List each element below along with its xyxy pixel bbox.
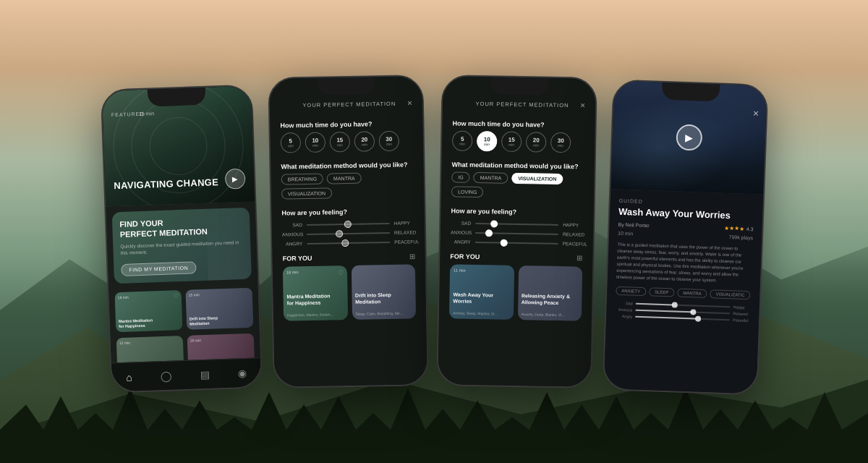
method-ig-3[interactable]: IG bbox=[451, 171, 470, 182]
feeling-relaxed-3: RELAXED bbox=[562, 232, 582, 237]
time-20-2[interactable]: 20min bbox=[354, 131, 374, 151]
filter-icon-2[interactable]: ⊞ bbox=[409, 252, 414, 260]
time-options-3: 5min 10min 15min 20min 30min bbox=[441, 130, 595, 159]
foryou-title-2-2: Drift into SleepMeditation bbox=[354, 292, 391, 305]
tag-mantra[interactable]: MANTRA bbox=[677, 288, 707, 297]
foryou-tags-2-3: Anxiety, Deep, Blanks, Vi... bbox=[521, 312, 564, 317]
filter-icon-3[interactable]: ⊞ bbox=[576, 254, 582, 262]
time-5-2[interactable]: 5min bbox=[280, 132, 300, 153]
slider-thumb-anxious-3 bbox=[485, 229, 492, 237]
method-mantra-2[interactable]: MANTRA bbox=[326, 173, 361, 184]
slider-sad-happy-2[interactable] bbox=[306, 222, 389, 225]
slider-angry-peaceful-2[interactable] bbox=[307, 241, 390, 244]
modal-close-2[interactable]: × bbox=[407, 98, 412, 108]
for-you-title-3: FOR YOU bbox=[450, 252, 480, 260]
card-time: 20 min bbox=[190, 338, 200, 343]
tag-sleep[interactable]: SLEEP bbox=[648, 287, 674, 297]
time-5-3[interactable]: 5min bbox=[451, 130, 472, 150]
video-close-button[interactable]: × bbox=[752, 107, 759, 119]
tags-container: ANXIETY SLEEP MANTRA VISUALIZATIC bbox=[616, 286, 751, 300]
card-label: Drift into SleepMeditation bbox=[189, 315, 218, 327]
feelings-section: Sad Happy Anxious Relaxed bbox=[614, 300, 750, 331]
time-15-3[interactable]: 15min bbox=[501, 132, 521, 152]
banner-bg bbox=[205, 208, 251, 281]
video-play-button[interactable]: ▶ bbox=[675, 124, 702, 150]
foryou-tags-1-2: Happiness, Mantra, Dream... bbox=[286, 312, 333, 317]
nav-home[interactable]: ⌂ bbox=[125, 371, 132, 383]
phone-1-screen: FEATURED 15 min NAVIGATING CHANGE ▶ FIND… bbox=[101, 86, 260, 392]
time-30-3[interactable]: 30min bbox=[550, 132, 570, 153]
time-10-2[interactable]: 10min bbox=[305, 132, 325, 153]
foryou-title-1-3: Wash Away YourWorries bbox=[453, 291, 493, 305]
modal-header-2: YOUR PERFECT MEDITATION × bbox=[269, 76, 422, 118]
phone-4-screen: ▶ × GUIDED Wash Away Your Worries By Nei… bbox=[603, 80, 767, 394]
meditation-card-1[interactable]: 18 min ♡ Mantra Meditationfor Happiness bbox=[114, 290, 182, 332]
feeling-peaceful-2: PEACEFUL bbox=[394, 239, 414, 244]
modal-close-3[interactable]: × bbox=[579, 101, 584, 111]
feeling-relaxed-2: RELAXED bbox=[393, 229, 414, 234]
time-30-2[interactable]: 30min bbox=[378, 131, 399, 151]
foryou-card-2-2[interactable]: Drift into SleepMeditation Sleep, Calm, … bbox=[351, 264, 416, 320]
foryou-card-1-3[interactable]: 11 min Wash Away YourWorries Anxiety, Sl… bbox=[448, 264, 514, 320]
slider-sad-happy-3[interactable] bbox=[475, 222, 558, 225]
feeling-angry-2: ANGRY bbox=[282, 241, 302, 246]
for-you-header-2: FOR YOU ⊞ bbox=[272, 246, 425, 267]
modal-header-3: YOUR PERFECT MEDITATION × bbox=[442, 76, 595, 118]
card-label: Mantra Meditationfor Happiness bbox=[118, 318, 153, 329]
tag-visualization[interactable]: VISUALIZATIC bbox=[710, 289, 750, 300]
card-time: 15 min bbox=[188, 292, 199, 297]
tag-anxiety[interactable]: ANXIETY bbox=[616, 286, 646, 295]
feeling-dot-1 bbox=[671, 302, 677, 307]
method-loving-3[interactable]: LOVING bbox=[451, 186, 483, 197]
phone-4: ▶ × GUIDED Wash Away Your Worries By Nei… bbox=[602, 79, 768, 395]
foryou-card-1-2[interactable]: 18 min ♡ Mantra Meditationfor Happiness … bbox=[282, 266, 347, 321]
find-meditation-button[interactable]: FIND MY MEDITATION bbox=[121, 261, 196, 276]
feeling-anxious-2: ANXIOUS bbox=[281, 232, 302, 237]
phone-2-screen: YOUR PERFECT MEDITATION × How much time … bbox=[269, 76, 427, 387]
time-10-3[interactable]: 10min bbox=[476, 131, 496, 151]
feeling-relaxed-label: Relaxed bbox=[733, 311, 750, 316]
feeling-happy-2: HAPPY bbox=[393, 220, 414, 225]
nav-profile[interactable]: ◉ bbox=[237, 367, 247, 378]
feeling-fill-2 bbox=[635, 309, 692, 313]
feeling-peaceful-label: Peaceful bbox=[732, 318, 749, 323]
slider-angry-peaceful-3[interactable] bbox=[475, 241, 558, 244]
nav-search[interactable]: ◯ bbox=[160, 370, 172, 382]
nav-library[interactable]: ▤ bbox=[200, 368, 210, 380]
author-name: By Neil Porter bbox=[618, 221, 649, 228]
feeling-bar-1 bbox=[635, 302, 730, 307]
feeling-sad-3: SAD bbox=[451, 220, 471, 225]
foryou-card-2-3[interactable]: Releasing Anxiety &Allowing Peace Anxiet… bbox=[517, 266, 582, 321]
time-options-2: 5min 10min 15min 20min 30min bbox=[270, 130, 423, 159]
duration: 10 min bbox=[618, 230, 633, 236]
heart-icon[interactable]: ♡ bbox=[173, 293, 178, 300]
phone-3-screen: YOUR PERFECT MEDITATION × How much time … bbox=[438, 76, 595, 387]
modal-title-3: YOUR PERFECT MEDITATION bbox=[464, 100, 580, 109]
meditation-detail-content: GUIDED Wash Away Your Worries By Neil Po… bbox=[605, 189, 762, 331]
time-15-2[interactable]: 15min bbox=[329, 132, 349, 152]
slider-anxious-relaxed-3[interactable] bbox=[475, 232, 558, 234]
feeling-sad-2: SAD bbox=[281, 222, 302, 227]
slider-anxious-relaxed-2[interactable] bbox=[307, 232, 390, 234]
feeling-fill-1 bbox=[635, 302, 673, 305]
bottom-nav: ⌂ ◯ ▤ ◉ bbox=[111, 357, 260, 391]
feeling-bar-3 bbox=[635, 315, 730, 320]
method-breathing-2[interactable]: BREATHING bbox=[281, 174, 323, 185]
method-visualization-3[interactable]: VISUALIZATION bbox=[511, 173, 563, 184]
for-you-title-2: FOR YOU bbox=[282, 254, 312, 262]
for-you-cards-3: 11 min Wash Away YourWorries Anxiety, Sl… bbox=[438, 264, 592, 321]
time-20-3[interactable]: 20min bbox=[525, 132, 545, 152]
method-mantra-3[interactable]: MANTRA bbox=[473, 172, 508, 184]
author-rating-row: By Neil Porter ★★★★ 4.3 bbox=[618, 221, 753, 232]
feeling-anxious-3: ANXIOUS bbox=[450, 229, 470, 234]
feeling-bar-2 bbox=[635, 309, 730, 314]
method-visualization-2[interactable]: VISUALIZATION bbox=[281, 187, 331, 199]
meditation-card-2[interactable]: 15 min Drift into SleepMeditation bbox=[185, 287, 253, 329]
feeling-happy-3: HAPPY bbox=[563, 222, 583, 227]
feeling-angry-3: ANGRY bbox=[450, 239, 470, 244]
foryou-heart-1-2[interactable]: ♡ bbox=[337, 269, 343, 276]
play-count: 799k plays bbox=[728, 234, 753, 240]
feeling-angry-label: Angry bbox=[615, 313, 632, 318]
foryou-tags-1-3: Anxiety, Sleep, Mantra, Vi... bbox=[452, 310, 496, 315]
play-button[interactable]: ▶ bbox=[224, 169, 245, 190]
